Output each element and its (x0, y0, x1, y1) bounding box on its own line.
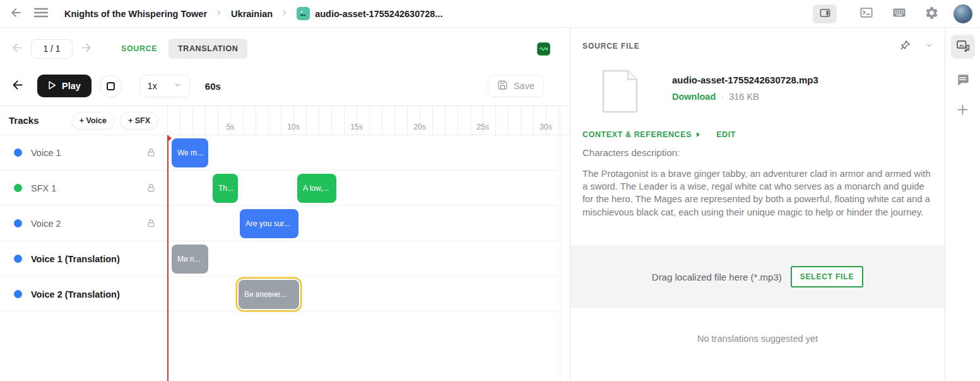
track-color-dot (14, 255, 22, 263)
keyboard-icon (891, 6, 907, 21)
play-button[interactable]: Play (37, 75, 92, 97)
panel-header: SOURCE FILE (582, 37, 936, 56)
track-label: Voice 1 (Translation) (31, 254, 120, 264)
ruler-label: 10s (287, 123, 300, 131)
track-row: Voice 2 (Translation)Ви впевне... (0, 277, 560, 312)
audio-clip[interactable]: Ми п... (172, 245, 208, 274)
audio-asset-chip-icon[interactable] (537, 42, 550, 56)
transport-row: Play 1x 60s Save (0, 72, 570, 100)
caret-right-icon (697, 132, 700, 137)
comment-icon (955, 73, 970, 89)
back-button[interactable] (8, 4, 25, 23)
page-indicator[interactable]: 1 / 1 (31, 39, 73, 59)
select-file-button[interactable]: SELECT FILE (791, 266, 863, 287)
breadcrumb-file-label: audio-asset-1755242630728... (315, 9, 442, 19)
tracks-header-left: Tracks + Voice + SFX (0, 106, 167, 135)
chevron-right-icon (215, 8, 223, 19)
panel-layout-toggle-button[interactable] (813, 4, 837, 23)
settings-button[interactable] (922, 3, 942, 25)
track-row: Voice 1 (Translation)Ми п... (0, 241, 560, 277)
track-lane[interactable]: We m... (167, 135, 560, 170)
context-references-label: CONTEXT & REFERENCES (582, 130, 692, 139)
play-label: Play (62, 81, 81, 91)
timeline-editor: 1 / 1 SOURCE TRANSLATION (0, 28, 570, 381)
file-name: audio-asset-1755242630728.mp3 (672, 75, 818, 85)
track-header[interactable]: Voice 2 (Translation) (0, 277, 167, 311)
track-lane[interactable]: Ви впевне... (167, 277, 560, 311)
track-header[interactable]: Voice 1 (0, 135, 167, 170)
track-label: Voice 2 (31, 219, 61, 229)
track-lane[interactable]: Ми п... (167, 241, 560, 276)
lock-icon[interactable] (146, 183, 156, 193)
user-avatar[interactable] (953, 4, 972, 23)
plus-icon (956, 103, 969, 119)
breadcrumb-project[interactable]: Knights of the Whispering Tower (64, 9, 207, 19)
track-lane[interactable]: Are you sur... (167, 206, 560, 241)
save-button[interactable]: Save (488, 75, 544, 97)
localized-file-dropzone[interactable]: Drag localized file here (*.mp3) SELECT … (570, 245, 945, 308)
add-panel-button[interactable] (956, 103, 969, 119)
track-row: Voice 2Are you sur... (0, 206, 560, 241)
lock-icon[interactable] (146, 219, 156, 228)
audio-clip[interactable]: A low,... (297, 174, 336, 203)
download-link[interactable]: Download (672, 92, 716, 102)
arrow-left-icon (10, 6, 23, 21)
tab-source[interactable]: SOURCE (115, 39, 163, 58)
context-block: CONTEXT & REFERENCES EDIT Characters des… (582, 130, 935, 219)
pin-button[interactable] (897, 37, 914, 56)
tab-translation[interactable]: TRANSLATION (168, 39, 247, 59)
track-header[interactable]: Voice 1 (Translation) (0, 241, 167, 276)
audio-clip[interactable]: We m... (172, 138, 208, 167)
hamburger-icon (34, 7, 48, 20)
exit-editor-button[interactable] (9, 76, 27, 96)
chevron-down-icon (925, 41, 933, 51)
add-sfx-track-button[interactable]: + SFX (120, 112, 158, 130)
chevron-right-icon (280, 8, 289, 19)
playback-speed-select[interactable]: 1x (139, 75, 190, 97)
tracks-body: Voice 1We m...SFX 1Th...A low,...Voice 2… (0, 135, 560, 381)
stop-button[interactable] (100, 75, 122, 97)
tracks-header: Tracks + Voice + SFX 5s10s15s20s25s30s (0, 106, 570, 135)
audio-clip[interactable]: Are you sur... (240, 209, 298, 238)
comments-tab-button[interactable] (955, 73, 970, 89)
ruler-label: 5s (226, 123, 234, 131)
file-meta: audio-asset-1755242630728.mp3 Download ·… (672, 70, 818, 116)
chevron-down-icon (174, 81, 182, 91)
timeline-ruler[interactable]: 5s10s15s20s25s30s (167, 106, 560, 135)
save-label: Save (514, 81, 534, 91)
context-subtitle: Characters description: (582, 147, 935, 158)
tracks-section: Tracks + Voice + SFX 5s10s15s20s25s30s V… (0, 106, 570, 381)
context-title-row: CONTEXT & REFERENCES EDIT (582, 130, 935, 139)
keyboard-button[interactable] (888, 3, 910, 24)
add-voice-track-button[interactable]: + Voice (71, 112, 115, 130)
stop-icon (107, 82, 115, 90)
media-asset-tab-button[interactable] (951, 35, 975, 59)
track-header[interactable]: Voice 2 (0, 206, 167, 241)
audio-clip[interactable]: Th... (213, 174, 238, 203)
menu-button[interactable] (32, 4, 50, 23)
audio-clip[interactable]: Ви впевне... (239, 280, 299, 309)
collapse-panel-button[interactable] (923, 39, 936, 54)
workspace: 1 / 1 SOURCE TRANSLATION (0, 28, 980, 381)
track-row: SFX 1Th...A low,... (0, 171, 560, 206)
timeline-duration: 60s (205, 81, 221, 92)
topbar-actions (813, 3, 972, 25)
context-description: The Protagonist is a brave ginger tabby,… (582, 167, 935, 219)
track-lane[interactable]: Th...A low,... (167, 171, 560, 205)
pager-row: 1 / 1 SOURCE TRANSLATION (0, 35, 570, 62)
track-header[interactable]: SFX 1 (0, 171, 167, 205)
audio-asset-icon (955, 39, 971, 56)
lock-icon[interactable] (146, 148, 156, 157)
edit-context-button[interactable]: EDIT (716, 130, 736, 139)
next-page-button[interactable] (78, 39, 95, 58)
terminal-button[interactable] (856, 3, 877, 24)
breadcrumb-language[interactable]: Ukrainian (231, 9, 273, 19)
play-icon (48, 81, 56, 92)
context-references-link[interactable]: CONTEXT & REFERENCES (582, 130, 700, 139)
breadcrumb-file[interactable]: audio-asset-1755242630728... (297, 7, 442, 20)
track-label: Voice 2 (Translation) (31, 289, 120, 299)
previous-page-button[interactable] (9, 39, 26, 58)
arrow-right-icon (80, 42, 92, 56)
asset-thumbnail-icon (297, 7, 310, 20)
track-color-dot (14, 184, 22, 192)
